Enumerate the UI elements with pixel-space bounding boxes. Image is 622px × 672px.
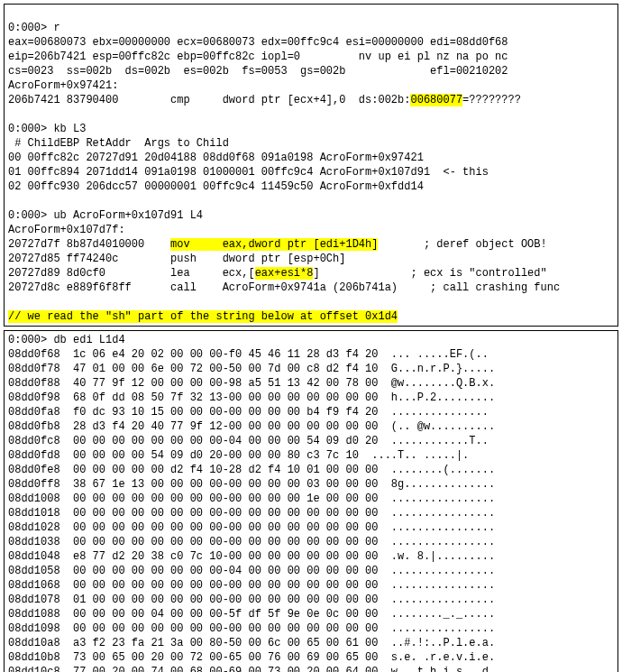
dump-row: 08dd0fa8 f0 dc 93 10 15 00 00 00-00 00 0… [8, 406, 495, 419]
prompt-r: 0:000> r [8, 22, 60, 34]
dump-row: 08dd0f98 68 0f dd 08 50 7f 32 13-00 00 0… [8, 391, 495, 404]
debug-box-top: 0:000> r eax=00680073 ebx=00000000 ecx=0… [4, 4, 618, 327]
disasm-row: 20727d8c e889f6f8ff call AcroForm+0x9741… [8, 281, 560, 294]
disasm-row: 20727d7f 8b87d4010000 mov eax,dword ptr … [8, 238, 547, 251]
registers-line-3: cs=0023 ss=002b ds=002b es=002b fs=0053 … [8, 65, 508, 78]
dump-row: 08dd0f88 40 77 9f 12 00 00 00 00-98 a5 5… [8, 377, 495, 390]
dump-row: 08dd0fe8 00 00 00 00 00 d2 f4 10-28 d2 f… [8, 464, 495, 476]
kb-row: 02 00ffc930 206dcc57 00000001 00ffc9c4 1… [8, 180, 424, 193]
dump-row: 08dd1078 01 00 00 00 00 00 00 00-00 00 0… [8, 594, 495, 606]
prompt-ub: 0:000> ub AcroForm+0x107d91 L4 [8, 209, 203, 222]
dump-row: 08dd0ff8 38 67 1e 13 00 00 00 00-00 00 0… [8, 478, 495, 491]
dump-row: 08dd1018 00 00 00 00 00 00 00 00-00 00 0… [8, 507, 495, 520]
registers-line-1: eax=00680073 ebx=00000000 ecx=00680073 e… [8, 36, 508, 49]
dump-row: 08dd10b8 73 00 65 00 20 00 72 00-65 00 7… [8, 651, 495, 664]
dump-row: 08dd1068 00 00 00 00 00 00 00 00-00 00 0… [8, 579, 495, 592]
disasm-row: 20727d85 ff74240c push dword ptr [esp+0C… [8, 253, 345, 265]
dump-row: 08dd0fd8 00 00 00 00 54 09 d0 20-00 00 0… [8, 449, 469, 462]
dump-row: 08dd1058 00 00 00 00 00 00 00 00-04 00 0… [8, 565, 495, 577]
dump-row: 08dd1088 00 00 00 00 04 00 00 00-5f df 5… [8, 608, 495, 621]
registers-line-2: eip=206b7421 esp=00ffc82c ebp=00ffc82c i… [8, 51, 508, 63]
location-label: AcroForm+0x107d7f: [8, 224, 125, 236]
dump-row: 08dd10c8 77 00 20 00 74 00 68 00-69 00 7… [8, 666, 495, 672]
dump-row: 08dd1098 00 00 00 00 00 00 00 00-00 00 0… [8, 622, 495, 635]
comment-line: // we read the "sh" part of the string b… [8, 310, 398, 323]
kb-row: 01 00ffc894 2071dd14 091a0198 01000001 0… [8, 166, 489, 179]
dump-row: 08dd0fc8 00 00 00 00 00 00 00 00-04 00 0… [8, 435, 495, 447]
dump-row: 08dd1008 00 00 00 00 00 00 00 00-00 00 0… [8, 492, 495, 505]
dump-row: 08dd10a8 a3 f2 23 fa 21 3a 00 80-50 00 6… [8, 637, 495, 649]
highlight-instruction: mov eax,dword ptr [edi+1D4h] [170, 238, 378, 251]
debug-box-dump: 0:000> db edi L1d4 08dd0f68 1c 06 e4 20 … [4, 330, 618, 672]
dump-row: 08dd1028 00 00 00 00 00 00 00 00-00 00 0… [8, 521, 495, 534]
disasm-current: 206b7421 83790400 cmp dword ptr [ecx+4],… [8, 94, 521, 106]
dump-row: 08dd0fb8 28 d3 f4 20 40 77 9f 12-00 00 0… [8, 420, 495, 433]
prompt-kb: 0:000> kb L3 [8, 123, 86, 135]
dump-row: 08dd1038 00 00 00 00 00 00 00 00-00 00 0… [8, 536, 495, 548]
highlight-address: 00680077 [410, 94, 462, 106]
dump-row: 08dd0f78 47 01 00 00 6e 00 72 00-50 00 7… [8, 363, 495, 375]
dump-row: 08dd1048 e8 77 d2 20 38 c0 7c 10-00 00 0… [8, 550, 495, 563]
disasm-row: 20727d89 8d0cf0 lea ecx,[eax+esi*8] ; ec… [8, 267, 547, 280]
dump-row: 08dd0f68 1c 06 e4 20 02 00 00 00-f0 45 4… [8, 348, 495, 361]
location-label: AcroForm+0x97421: [8, 79, 118, 92]
highlight-operand: eax+esi*8 [255, 267, 314, 280]
kb-header: # ChildEBP RetAddr Args to Child [8, 137, 229, 150]
prompt-db: 0:000> db edi L1d4 [8, 334, 125, 346]
kb-row: 00 00ffc82c 20727d91 20d04188 08dd0f68 0… [8, 152, 424, 164]
